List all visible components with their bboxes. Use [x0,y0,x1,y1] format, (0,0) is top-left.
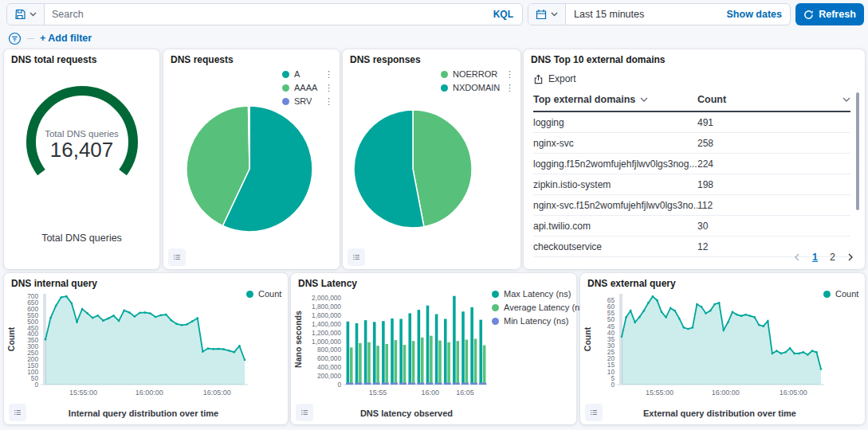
svg-text:400,000: 400,000 [317,363,341,371]
svg-text:16:05:00: 16:05:00 [780,389,807,397]
legend-toggle-button[interactable] [296,404,313,421]
pagination: 1 2 [794,252,854,263]
next-page-button[interactable] [847,253,854,261]
svg-text:15:55:00: 15:55:00 [646,389,674,397]
svg-text:1,400,000: 1,400,000 [312,320,341,328]
kql-language-toggle[interactable]: KQL [485,9,522,20]
domain-cell: zipkin.istio-system [533,179,697,190]
legend-item[interactable]: Average Latency (ns) [492,303,575,312]
legend-item[interactable]: Min Latency (ns) [492,316,575,326]
area-chart[interactable]: 05101520253035404550556065Count15:55:001… [582,287,831,408]
panel-dns-responses: DNS responses NOERROR⋮NXDOMAIN⋮ [343,49,520,269]
area-chart[interactable]: 0501001502002503003504004505005506006507… [6,287,254,408]
column-header-count[interactable]: Count [697,94,850,105]
save-icon [14,9,26,20]
pie-legend: NOERROR⋮NXDOMAIN⋮ [441,69,514,92]
legend-dot [492,318,499,325]
show-dates-link[interactable]: Show dates [719,9,790,20]
panel-top-external-domains: DNS Top 10 external domains Export Top e… [524,49,865,269]
legend-toggle-button[interactable] [348,248,365,266]
filter-divider [27,38,34,39]
domain-cell: nginx-svc [533,138,697,149]
count-cell: 198 [697,179,850,190]
chevron-right-icon [847,253,854,261]
table-body: logging491nginx-svc258logging.f15n2womfu… [533,112,850,257]
legend-item-menu-icon[interactable]: ⋮ [324,84,333,92]
calendar-menu-button[interactable] [528,4,566,25]
panel-title: DNS responses [350,54,421,65]
legend-item[interactable]: NOERROR⋮ [441,69,514,79]
legend-item-menu-icon[interactable]: ⋮ [324,97,333,106]
table-row: zipkin.istio-system198 [533,174,850,195]
legend-label: AAAA [294,83,317,92]
panel-dns-total-requests: DNS total requests Total DNS queries 16,… [4,49,159,269]
legend-item[interactable]: A⋮ [282,69,333,79]
legend-toggle-button[interactable] [168,248,186,266]
table-row: logging491 [533,112,850,133]
previous-page-button[interactable] [794,253,800,261]
legend-label: NXDOMAIN [453,83,500,92]
list-icon [590,407,598,418]
column-header-domains[interactable]: Top external domains [533,94,697,105]
legend-item[interactable]: NXDOMAIN⋮ [441,83,514,92]
panel-dns-requests: DNS requests A⋮AAAA⋮SRV⋮ [163,49,340,269]
legend-item[interactable]: AAAA⋮ [282,83,333,92]
panel-dns-latency: DNS Latency Max Latency (ns)Average Late… [291,273,576,424]
refresh-button[interactable]: Refresh [795,3,864,25]
list-icon [300,407,308,418]
panel-title: DNS requests [171,54,234,65]
bar-chart[interactable]: 0200,000400,000600,000800,0001,000,0001,… [293,287,492,408]
count-cell: 112 [697,200,850,211]
filter-bar: + Add filter [8,31,92,45]
chevron-down-icon [29,12,37,17]
legend-item-menu-icon[interactable]: ⋮ [505,84,514,92]
svg-text:65: 65 [607,296,615,304]
svg-text:800,000: 800,000 [317,346,341,354]
count-cell: 30 [697,221,850,232]
svg-text:1,600,000: 1,600,000 [312,311,341,319]
time-range-value[interactable]: Last 15 minutes [566,9,719,20]
legend-label: A [294,69,300,79]
svg-text:700: 700 [27,292,38,300]
table-row: nginx-svc258 [533,133,850,154]
legend-dot [282,71,289,78]
legend-label: Max Latency (ns) [504,289,571,299]
svg-text:0: 0 [337,381,341,389]
legend-dot [282,84,289,92]
legend-item-menu-icon[interactable]: ⋮ [505,70,514,79]
saved-query-menu-button[interactable] [7,4,45,25]
filter-icon[interactable] [8,32,22,45]
legend-dot [492,291,499,298]
domain-cell: nginx-svc.f15n2womfujehfjlwv0lgs3no... [533,200,697,211]
refresh-button-label: Refresh [819,9,856,20]
svg-text:1,000,000: 1,000,000 [312,338,341,346]
svg-text:16:00: 16:00 [422,389,440,397]
table-row: nginx-svc.f15n2womfujehfjlwv0lgs3no...11… [533,195,850,216]
table-scrollbar[interactable] [856,92,859,210]
panel-title: DNS total requests [11,54,96,65]
x-axis-title: External query distribution over time [604,408,835,418]
table-row: api.twilio.com30 [533,216,850,236]
domain-cell: logging.f15n2womfujehfjlwv0lgs3nog.... [533,158,697,170]
table-row: logging.f15n2womfujehfjlwv0lgs3nog....22… [533,154,850,174]
domains-table: Top external domains Count logging491ngi… [533,91,850,257]
svg-text:1,800,000: 1,800,000 [312,303,341,311]
gauge-value: 16,407 [4,139,159,162]
add-filter-link[interactable]: + Add filter [40,33,92,44]
page-number[interactable]: 2 [830,252,835,263]
legend-toggle-button[interactable] [9,404,26,421]
chevron-down-icon [551,12,558,17]
page-number[interactable]: 1 [812,252,818,263]
pie-chart[interactable] [349,105,477,233]
count-cell: 258 [697,138,850,149]
panel-dns-internal-query: DNS internal query Count 050100150200250… [4,273,288,424]
legend-label: Min Latency (ns) [504,316,568,326]
export-button[interactable]: Export [533,73,576,84]
legend-item[interactable]: Max Latency (ns) [492,289,575,299]
svg-text:16:05: 16:05 [456,389,474,397]
pie-chart[interactable] [182,101,317,236]
legend-label: NOERROR [453,69,497,79]
search-input[interactable] [45,9,485,20]
legend-toggle-button[interactable] [585,404,603,421]
legend-item-menu-icon[interactable]: ⋮ [324,70,333,79]
